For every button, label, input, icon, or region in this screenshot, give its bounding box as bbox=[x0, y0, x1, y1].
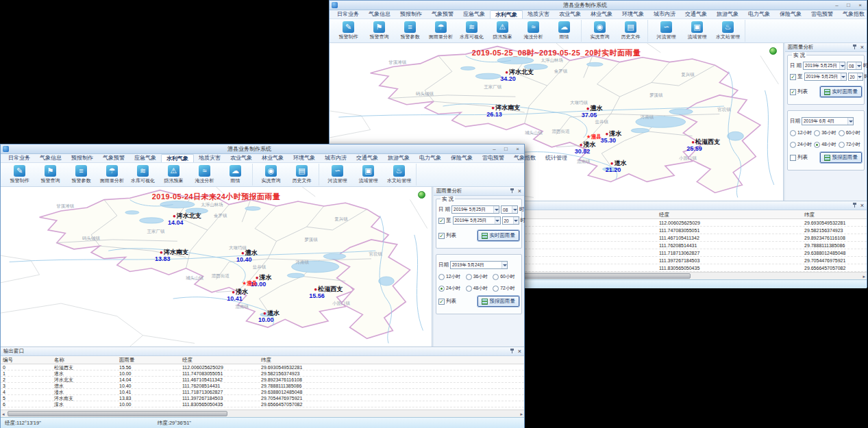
basin-manage-button[interactable]: ▣流域管理 bbox=[682, 20, 712, 42]
tab-6[interactable]: 水利气象 bbox=[490, 10, 523, 18]
duration-radio-24小时[interactable]: 24小时 bbox=[790, 141, 813, 148]
tab-10[interactable]: 环境气象 bbox=[288, 154, 320, 162]
close-button[interactable]: × bbox=[513, 146, 522, 153]
rainfall-analysis-button[interactable]: ☂面雨量分析 bbox=[425, 20, 456, 42]
radio-icon[interactable] bbox=[839, 142, 845, 148]
duration-radio-36小时[interactable]: 36小时 bbox=[814, 129, 837, 136]
radio-icon[interactable] bbox=[438, 286, 445, 292]
list-checkbox[interactable] bbox=[438, 299, 445, 305]
map-globe-button[interactable] bbox=[418, 191, 425, 199]
tab-14[interactable]: 电力气象 bbox=[414, 154, 446, 162]
duration-radio-12小时[interactable]: 12小时 bbox=[438, 273, 465, 280]
warning-params-button[interactable]: ≡预警参数 bbox=[66, 164, 97, 186]
forecast-date-select[interactable]: 2019年 6月 4日 bbox=[802, 117, 854, 125]
from-date-select[interactable]: 2019年 5月25日 bbox=[451, 205, 499, 214]
live-rainfall-button[interactable]: 实时面雨量 bbox=[478, 230, 520, 241]
table-row[interactable]: 5涔水南支13.83111.39726718450329.70544769759… bbox=[1, 395, 524, 401]
table-row[interactable]: 2涔水北支14.04111.46710541134229.89234761161… bbox=[1, 377, 524, 383]
radio-icon[interactable] bbox=[493, 274, 499, 280]
close-icon[interactable]: × bbox=[518, 188, 521, 194]
duration-radio-72小时[interactable]: 72小时 bbox=[493, 285, 519, 292]
radio-icon[interactable] bbox=[790, 142, 796, 148]
tab-3[interactable]: 预报制作 bbox=[395, 10, 427, 18]
radio-icon[interactable] bbox=[493, 286, 499, 292]
tab-16[interactable]: 雷电预警 bbox=[478, 154, 509, 162]
inundation-analysis-button[interactable]: ≈淹没分析 bbox=[518, 20, 549, 42]
tab-12[interactable]: 交通气象 bbox=[680, 10, 712, 18]
tab-13[interactable]: 旅游气象 bbox=[383, 154, 414, 162]
warning-edit-button[interactable]: ✎预警制作 bbox=[4, 164, 35, 186]
tab-6[interactable]: 水利气象 bbox=[161, 154, 194, 162]
minimize-button[interactable]: – bbox=[490, 146, 499, 153]
live-query-button[interactable]: ◉实况查询 bbox=[256, 164, 286, 186]
duration-radio-72小时[interactable]: 72小时 bbox=[839, 141, 862, 148]
duration-radio-24小时[interactable]: 24小时 bbox=[438, 285, 465, 292]
tab-1[interactable]: 日常业务 bbox=[3, 154, 35, 162]
forecast-rainfall-button[interactable]: 预报面雨量 bbox=[820, 152, 863, 163]
basin-manage-button[interactable]: ▣流域管理 bbox=[353, 164, 384, 186]
duration-radio-12小时[interactable]: 12小时 bbox=[790, 129, 813, 136]
scroll-right-icon[interactable]: ▸ bbox=[520, 411, 523, 417]
to-date-select[interactable]: 2019年 5月25日 bbox=[453, 216, 501, 225]
tab-9[interactable]: 林业气象 bbox=[257, 154, 288, 162]
duration-radio-48小时[interactable]: 48小时 bbox=[814, 141, 837, 148]
history-file-button[interactable]: ▤历史文件 bbox=[286, 164, 317, 186]
rain-info-button[interactable]: ☁雨情 bbox=[549, 20, 580, 42]
to-checkbox[interactable] bbox=[438, 218, 445, 224]
forecast-date-select[interactable]: 2019年 5月24日 bbox=[450, 261, 508, 269]
rainfall-analysis-button[interactable]: ☂面雨量分析 bbox=[97, 164, 127, 186]
tab-10[interactable]: 环境气象 bbox=[617, 10, 649, 18]
tab-13[interactable]: 旅游气象 bbox=[712, 10, 743, 18]
tab-8[interactable]: 农业气象 bbox=[225, 154, 257, 162]
radio-icon[interactable] bbox=[814, 130, 820, 136]
to-hour-select[interactable]: 20 bbox=[848, 73, 863, 81]
radio-icon[interactable] bbox=[839, 130, 845, 136]
reservoir-view-button[interactable]: ≋水库可视化 bbox=[127, 164, 158, 186]
hydro-station-manage-button[interactable]: ♨水文站管理 bbox=[712, 20, 743, 42]
list-checkbox[interactable] bbox=[790, 155, 796, 161]
to-date-select[interactable]: 2019年 5月25日 bbox=[804, 73, 847, 81]
flood-plan-button[interactable]: ⚠防汛预案 bbox=[487, 20, 518, 42]
tab-2[interactable]: 气象信息 bbox=[364, 10, 395, 18]
table-row[interactable]: 3澧水10.40111.7620851443129.7888111385086 bbox=[1, 383, 524, 389]
tab-1[interactable]: 日常业务 bbox=[332, 10, 364, 18]
maximize-button[interactable]: □ bbox=[501, 146, 510, 153]
radio-icon[interactable] bbox=[790, 130, 796, 136]
flood-plan-button[interactable]: ⚠防汛预案 bbox=[158, 164, 189, 186]
tab-11[interactable]: 城市内涝 bbox=[320, 154, 351, 162]
live-rainfall-button[interactable]: 实时面雨量 bbox=[820, 86, 863, 97]
scrollbar-thumb[interactable] bbox=[8, 411, 227, 416]
title-bar[interactable]: 澧县业务制作系统 – □ × bbox=[330, 1, 867, 10]
tab-5[interactable]: 应急气象 bbox=[458, 10, 490, 18]
inundation-analysis-button[interactable]: ≈淹没分析 bbox=[189, 164, 220, 186]
close-icon[interactable]: × bbox=[860, 45, 864, 51]
tab-11[interactable]: 城市内涝 bbox=[649, 10, 680, 18]
radio-icon[interactable] bbox=[466, 274, 472, 280]
tab-17[interactable]: 气象指数 bbox=[509, 154, 541, 162]
table-row[interactable]: 6渫水10.00111.83056505043529.6566457057082 bbox=[1, 401, 524, 407]
horizontal-scrollbar[interactable]: ◂ ▸ bbox=[1, 410, 524, 417]
tab-2[interactable]: 气象信息 bbox=[35, 154, 66, 162]
to-hour-select[interactable]: 20 bbox=[502, 216, 519, 225]
pin-icon[interactable] bbox=[852, 45, 857, 50]
scroll-left-icon[interactable]: ◂ bbox=[2, 411, 5, 417]
warning-edit-button[interactable]: ✎预警制作 bbox=[333, 20, 364, 42]
tab-17[interactable]: 气象指数 bbox=[838, 10, 868, 18]
tab-14[interactable]: 电力气象 bbox=[743, 10, 775, 18]
pin-icon[interactable] bbox=[510, 188, 514, 194]
rain-info-button[interactable]: ☁雨情 bbox=[220, 164, 251, 186]
pin-icon[interactable] bbox=[852, 203, 857, 208]
history-file-button[interactable]: ▤历史文件 bbox=[615, 20, 646, 42]
forecast-rainfall-button[interactable]: 预报面雨量 bbox=[478, 296, 520, 307]
tab-8[interactable]: 农业气象 bbox=[554, 10, 586, 18]
maximize-button[interactable]: □ bbox=[844, 2, 853, 9]
river-manage-button[interactable]: ∽河流管理 bbox=[651, 20, 682, 42]
duration-radio-48小时[interactable]: 48小时 bbox=[466, 285, 493, 292]
minimize-button[interactable]: – bbox=[832, 2, 841, 9]
tab-15[interactable]: 保险气象 bbox=[446, 154, 478, 162]
map-globe-button[interactable] bbox=[769, 47, 777, 55]
tab-7[interactable]: 地质灾害 bbox=[523, 10, 554, 18]
warning-search-button[interactable]: ⚑预警查询 bbox=[364, 20, 395, 42]
warning-search-button[interactable]: ⚑预警查询 bbox=[35, 164, 66, 186]
tab-18[interactable]: 统计管理 bbox=[541, 154, 572, 162]
